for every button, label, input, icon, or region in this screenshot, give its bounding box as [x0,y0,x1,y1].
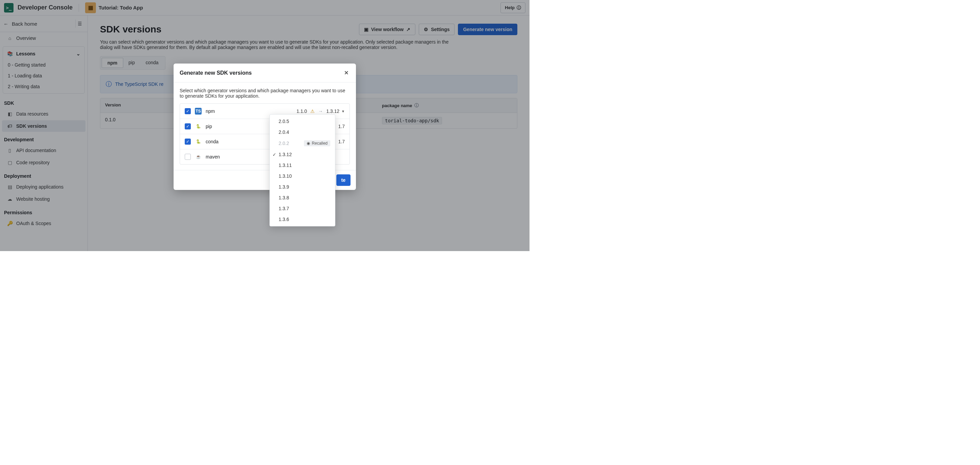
pm-name: pip [206,124,212,129]
checkbox-pip[interactable]: ✓ [185,123,191,129]
checkbox-maven[interactable] [185,154,191,160]
dd-item[interactable]: 2.0.4 [270,127,335,137]
java-icon: ☕ [195,153,202,160]
from-version: 1.7 [338,124,345,129]
dd-item[interactable]: 1.3.11 [270,160,335,171]
dd-item-recalled: 2.0.2 ◉ Recalled [270,137,335,149]
dd-item-selected[interactable]: 1.3.12 [270,149,335,160]
python-icon: 🐍 [195,138,202,145]
python-icon: 🐍 [195,123,202,130]
checkbox-conda[interactable]: ✓ [185,139,191,145]
dd-item[interactable]: 1.3.10 [270,171,335,182]
arrow-right-icon: → [318,109,323,114]
caret-down-icon: ▼ [341,110,345,113]
warning-icon: ⚠ [310,109,315,114]
dd-item[interactable]: 2.0.5 [270,116,335,127]
dd-item[interactable]: 1.3.8 [270,192,335,203]
dd-item[interactable]: 1.3.7 [270,203,335,214]
dd-item[interactable]: 1.3.9 [270,182,335,192]
pm-name: npm [206,109,215,114]
from-version: 1.7 [338,139,345,144]
modal-overlay: Generate new SDK versions ✕ Select which… [0,0,530,251]
recalled-label: Recalled [312,141,328,145]
checkbox-npm[interactable]: ✓ [185,108,191,114]
modal-description: Select which generator versions and whic… [180,88,350,99]
version-select-npm[interactable]: 1.3.12 ▼ [326,109,345,114]
modal-title: Generate new SDK versions [180,70,251,76]
typescript-icon: TS [195,108,202,115]
recalled-badge: ◉ Recalled [304,140,330,146]
version-dropdown: 2.0.5 2.0.4 2.0.2 ◉ Recalled 1.3.12 1.3.… [269,114,335,227]
modal-generate-button[interactable]: te [336,174,350,186]
generate-btn-label: te [341,177,345,183]
to-version: 1.3.12 [326,109,339,114]
dd-item[interactable]: 1.3.6 [270,214,335,225]
pm-name: conda [206,139,218,144]
alert-icon: ◉ [307,141,310,145]
from-version: 1.1.0 [296,109,307,114]
pm-name: maven [206,154,220,160]
close-icon[interactable]: ✕ [343,68,350,77]
